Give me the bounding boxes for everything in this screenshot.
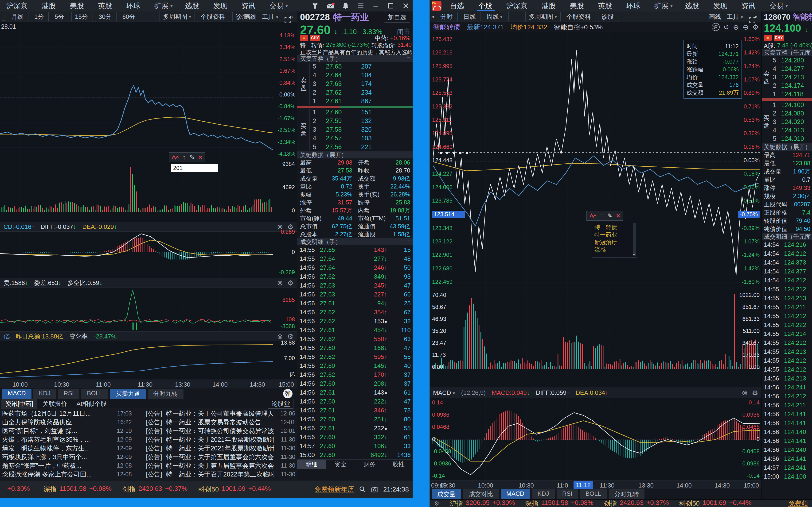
zoom-in-icon[interactable] bbox=[733, 23, 739, 31]
drawing-mini-toolbar[interactable]: ↑ ✎ × bbox=[169, 152, 205, 162]
news-tab[interactable]: 资讯[中药] bbox=[1, 399, 37, 409]
menu-item[interactable]: 发现 bbox=[207, 0, 235, 11]
drawing-mini-toolbar[interactable]: ↑ ✎ × bbox=[587, 211, 623, 221]
close-tool-icon[interactable]: × bbox=[616, 212, 620, 219]
transaction-row[interactable]: 14:55124.214 bbox=[762, 329, 812, 338]
index-quote[interactable]: 创指2420.63+0.37% bbox=[122, 485, 188, 494]
transaction-row[interactable]: 14:5527.6427748 bbox=[297, 254, 413, 263]
bond-macd-chart[interactable] bbox=[431, 398, 761, 481]
transaction-row[interactable]: 14:5627.6020837 bbox=[297, 379, 413, 388]
transaction-row[interactable]: 14:5627.6255063 bbox=[297, 334, 413, 343]
indicator-tab[interactable]: MACD bbox=[2, 389, 32, 399]
menu-item[interactable]: 港股 bbox=[36, 0, 64, 11]
toolbar-button[interactable]: 月线 bbox=[8, 12, 29, 22]
menu-item[interactable]: 资讯 bbox=[735, 0, 763, 11]
more-chevron-icon[interactable] bbox=[431, 13, 435, 20]
indicator-tab[interactable]: KDJ bbox=[33, 389, 56, 399]
chart-settings-icon[interactable] bbox=[752, 23, 759, 31]
transaction-row[interactable]: 14:5627.6014540 bbox=[297, 361, 413, 370]
indicator-tab[interactable]: KDJ bbox=[532, 489, 555, 499]
transaction-row[interactable]: 14:5627.61454110 bbox=[297, 326, 413, 334]
toolbar-button[interactable]: 多周期图▾ bbox=[525, 12, 561, 22]
announcement-item[interactable]: [公告]特一药业：股票交易异常波动公告12-01 bbox=[146, 418, 295, 427]
toolbar-button[interactable]: 5分 bbox=[51, 12, 69, 22]
transaction-row[interactable]: 14:54124.216 bbox=[762, 240, 812, 249]
toolbar-button[interactable]: 分时 bbox=[437, 12, 457, 22]
announcement-item[interactable]: [公告]特一药业：关于召开2022年第三次临时股东...11-30 bbox=[146, 470, 295, 478]
forum-button[interactable]: 论股堂 bbox=[268, 399, 294, 409]
transaction-row[interactable]: 14:5627.6123255 bbox=[297, 424, 413, 433]
toolbar-button[interactable]: 60分 bbox=[119, 12, 140, 22]
bond-volume-chart[interactable] bbox=[431, 290, 761, 380]
menu-item[interactable]: 发现 bbox=[707, 0, 735, 11]
transaction-row[interactable]: 14:5627.6016847 bbox=[297, 343, 413, 352]
indicator-tab[interactable]: RSI bbox=[58, 389, 80, 399]
transaction-row[interactable]: 14:5627.6114361 bbox=[297, 388, 413, 397]
index-quote[interactable]: 深指11501.58+0.98% bbox=[525, 499, 593, 507]
tag-item[interactable]: 流感 bbox=[595, 246, 635, 253]
transaction-row[interactable]: 14:5627.6234993 bbox=[297, 272, 413, 281]
transaction-row[interactable]: 14:5627.6025180 bbox=[297, 415, 413, 424]
menu-item[interactable]: 英股 bbox=[92, 0, 120, 11]
transaction-row[interactable]: 14:56124.141 bbox=[762, 418, 812, 428]
buy-level-row[interactable]: 5124.010 bbox=[762, 134, 812, 143]
menu-item[interactable]: 环球 bbox=[620, 0, 648, 11]
news-item[interactable]: 山全力保障防疫药品供应16:22 bbox=[2, 418, 132, 427]
sector-label[interactable]: 中药: bbox=[375, 34, 388, 42]
drawing-text-input[interactable]: 201 bbox=[171, 164, 218, 172]
minimize-button[interactable] bbox=[372, 2, 380, 10]
panel-tab[interactable]: 股性 bbox=[384, 460, 413, 469]
menu-item[interactable]: 个股 bbox=[472, 0, 500, 11]
draw-line-button[interactable]: 画线 bbox=[709, 13, 721, 21]
undo-icon[interactable] bbox=[723, 23, 729, 31]
transaction-row[interactable]: 14:55124.212 bbox=[762, 365, 812, 374]
order-book-header[interactable]: 买卖五档（千元面 bbox=[762, 49, 812, 56]
close-tool-icon[interactable]: × bbox=[199, 154, 202, 161]
skin-theme-icon[interactable] bbox=[311, 2, 319, 10]
buy-level-row[interactable]: 527.56221 bbox=[297, 143, 413, 151]
buy-level-row[interactable]: 427.57103 bbox=[297, 134, 413, 143]
tag-annotation-box[interactable]: 特一转债特一药业新冠治疗流感 bbox=[592, 222, 637, 258]
tag-item[interactable]: 特一药业 bbox=[595, 231, 635, 238]
order-book-header[interactable]: 买卖五档（手） bbox=[297, 55, 413, 62]
transaction-row[interactable]: 14:56124.141 bbox=[762, 436, 812, 445]
buy-level-row[interactable]: 127.60151 bbox=[297, 108, 413, 117]
settings-gear-icon[interactable] bbox=[434, 500, 439, 507]
news-item[interactable]: 药板块反弹上涨，3只中药个...12-09 bbox=[2, 453, 132, 461]
sell-level-row[interactable]: 527.65207 bbox=[297, 62, 413, 71]
sell-level-row[interactable]: 1124.118 bbox=[762, 90, 812, 98]
indicator-tab[interactable]: 分时九转 bbox=[609, 489, 645, 499]
menu-item[interactable]: 沪深京 bbox=[0, 0, 36, 11]
toolbar-button[interactable]: 个股资料 bbox=[197, 12, 230, 22]
indicator-tab[interactable]: 成交量 bbox=[432, 489, 461, 499]
transaction-row[interactable]: 14:55124.211 bbox=[762, 302, 812, 312]
transactions-header[interactable]: 成交明细（手） bbox=[297, 238, 413, 245]
draw-line-button[interactable]: 画线 bbox=[244, 13, 256, 21]
fund-amount-chart[interactable] bbox=[0, 341, 273, 380]
transaction-row[interactable]: 14:55124.212 bbox=[762, 356, 812, 365]
indicator-tab[interactable]: BOLL bbox=[580, 489, 607, 499]
announcement-item[interactable]: [公告]特一药业：关于2021年股票期权激励计划部...11-30 bbox=[146, 444, 295, 453]
buy-level-row[interactable]: 227.59132 bbox=[297, 117, 413, 125]
menu-item[interactable]: 美股 bbox=[564, 0, 592, 11]
menu-item[interactable]: 交易▾ bbox=[763, 0, 794, 11]
menu-item[interactable]: 交易▾ bbox=[263, 0, 294, 11]
transaction-row[interactable]: 14:5627.6424650 bbox=[297, 263, 413, 272]
indicator-selector[interactable]: MACD bbox=[433, 389, 451, 396]
transaction-row[interactable]: 14:56124.140 bbox=[762, 428, 812, 436]
menu-item[interactable]: 自选 bbox=[444, 0, 472, 11]
promo-link[interactable]: 免费领 bbox=[788, 499, 808, 507]
menu-item[interactable]: 选股 bbox=[679, 0, 707, 11]
indicator-settings-icon[interactable] bbox=[752, 389, 758, 397]
toolbar-button[interactable]: 周线▾ bbox=[483, 12, 506, 22]
buy-level-row[interactable]: 327.58326 bbox=[297, 125, 413, 134]
screenshot-icon[interactable] bbox=[371, 486, 378, 493]
transaction-row[interactable]: 14:55124.213 bbox=[762, 347, 812, 356]
transaction-row[interactable]: 14:5627.6217037 bbox=[297, 370, 413, 379]
menu-item[interactable]: 环球 bbox=[120, 0, 148, 11]
panel-tab[interactable]: 资金 bbox=[326, 460, 355, 469]
announcement-item[interactable]: [公告]特一药业：关于第五届董事会第六次会议决...11-30 bbox=[146, 453, 295, 461]
news-tab[interactable]: 关联报价 bbox=[38, 399, 71, 409]
news-item[interactable]: 火爆，布洛芬毛利率达35%，...12-09 bbox=[2, 435, 132, 444]
transaction-row[interactable]: 14:5627.6134678 bbox=[297, 406, 413, 415]
